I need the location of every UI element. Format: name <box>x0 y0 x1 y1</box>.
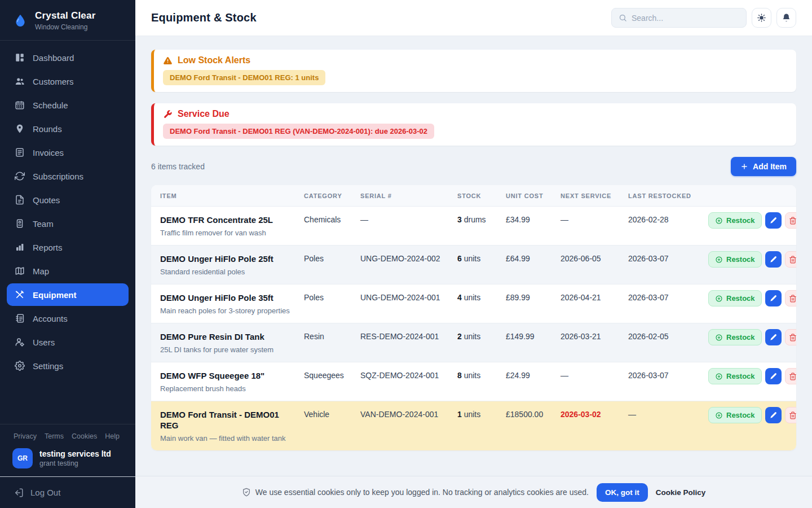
service-due-pills: DEMO Ford Transit - DEMO01 REG (VAN-DEMO… <box>163 124 787 139</box>
sidebar-item-label: Quotes <box>33 195 60 205</box>
sidebar-item-label: Team <box>33 219 54 229</box>
theme-toggle-button[interactable] <box>752 8 771 28</box>
cell-stock: 8 units <box>457 362 506 388</box>
pencil-icon <box>770 256 777 263</box>
cell-serial: RES-DEMO-2024-001 <box>360 323 457 349</box>
list-toolbar: 6 items tracked Add Item <box>151 157 796 176</box>
settings-icon <box>15 361 25 371</box>
item-description: 25L DI tanks for pure water system <box>160 344 299 355</box>
table-row: DEMO WFP Squeegee 18"Replacement brush h… <box>151 362 796 401</box>
cookie-ok-button[interactable]: OK, got it <box>597 483 648 502</box>
shield-icon <box>242 488 251 497</box>
sidebar-item-label: Schedule <box>33 100 68 110</box>
table-body: DEMO TFR Concentrate 25LTraffic film rem… <box>151 207 796 450</box>
low-stock-alert-card: Low Stock Alerts DEMO Ford Transit - DEM… <box>151 50 796 92</box>
sidebar-item-label: Rounds <box>33 124 62 134</box>
col-next-service: Next Service <box>561 185 628 206</box>
cell-next-service: — <box>561 362 628 388</box>
sidebar-item-dashboard[interactable]: Dashboard <box>7 46 129 69</box>
sidebar-item-customers[interactable]: Customers <box>7 70 129 93</box>
sidebar-item-team[interactable]: Team <box>7 212 129 235</box>
sidebar-item-subscriptions[interactable]: Subscriptions <box>7 165 129 187</box>
edit-button[interactable] <box>765 368 782 384</box>
notifications-button[interactable] <box>776 8 796 28</box>
delete-button[interactable] <box>785 290 796 306</box>
cookie-policy-link[interactable]: Cookie Policy <box>656 488 706 497</box>
cell-category: Chemicals <box>304 207 360 232</box>
sidebar-item-reports[interactable]: Reports <box>7 236 129 259</box>
delete-button[interactable] <box>785 329 796 345</box>
sidebar-item-label: Equipment <box>33 290 77 300</box>
service-due-alert-title: Service Due <box>163 109 787 119</box>
cell-item: DEMO Unger HiFlo Pole 35ftMain reach pol… <box>160 284 304 323</box>
pencil-icon <box>770 334 777 341</box>
content: Low Stock Alerts DEMO Ford Transit - DEM… <box>135 36 812 476</box>
footer-link-cookies[interactable]: Cookies <box>72 432 97 440</box>
trash-icon <box>789 411 796 419</box>
add-item-button[interactable]: Add Item <box>731 157 796 176</box>
app-window: Crystal Clear Window Cleaning DashboardC… <box>0 0 812 508</box>
search-icon <box>619 14 627 22</box>
restock-button[interactable]: Restock <box>708 290 762 306</box>
sidebar-item-schedule[interactable]: Schedule <box>7 94 129 116</box>
cell-category: Squeegees <box>304 362 360 388</box>
sidebar-item-equipment[interactable]: Equipment <box>7 283 129 306</box>
plus-circle-icon <box>715 411 723 419</box>
logout-button[interactable]: Log Out <box>0 476 135 508</box>
sidebar-item-settings[interactable]: Settings <box>7 354 129 377</box>
map-icon <box>15 266 25 276</box>
col-serial: Serial # <box>360 185 457 206</box>
low-stock-alert-title: Low Stock Alerts <box>163 55 787 65</box>
sidebar-item-label: Invoices <box>33 148 64 157</box>
main-area: Equipment & Stock <box>135 0 812 508</box>
cell-actions: Restock <box>708 362 796 384</box>
edit-button[interactable] <box>765 251 782 268</box>
brand-name: Crystal Clear <box>35 10 96 21</box>
edit-button[interactable] <box>765 407 782 423</box>
cell-actions: Restock <box>708 207 796 229</box>
service-due-alert-card: Service Due DEMO Ford Transit - DEMO01 R… <box>151 103 796 146</box>
trash-icon <box>789 295 796 303</box>
edit-button[interactable] <box>765 212 782 229</box>
restock-button[interactable]: Restock <box>708 329 762 345</box>
footer-link-privacy[interactable]: Privacy <box>14 432 37 440</box>
restock-button[interactable]: Restock <box>708 407 762 423</box>
cell-serial: VAN-DEMO-2024-001 <box>360 401 457 427</box>
sidebar-footer-links: PrivacyTermsCookiesHelp <box>0 426 135 444</box>
customers-icon <box>15 76 25 86</box>
user-card[interactable]: GR testing services ltd grant testing <box>0 444 135 476</box>
sidebar-item-map[interactable]: Map <box>7 260 129 282</box>
plus-circle-icon <box>715 295 723 303</box>
edit-button[interactable] <box>765 290 782 306</box>
cell-actions: Restock <box>708 323 796 345</box>
delete-button[interactable] <box>785 368 796 384</box>
restock-button[interactable]: Restock <box>708 368 762 384</box>
footer-link-help[interactable]: Help <box>105 432 120 440</box>
pencil-icon <box>770 373 777 380</box>
delete-button[interactable] <box>785 212 796 229</box>
delete-button[interactable] <box>785 251 796 268</box>
service-due-pill: DEMO Ford Transit - DEMO01 REG (VAN-DEMO… <box>163 124 434 139</box>
sidebar-divider-bottom <box>0 424 135 424</box>
delete-button[interactable] <box>785 407 796 423</box>
footer-link-terms[interactable]: Terms <box>45 432 64 440</box>
sidebar-item-invoices[interactable]: Invoices <box>7 141 129 164</box>
edit-button[interactable] <box>765 329 782 345</box>
item-description: Main work van — fitted with water tank <box>160 433 299 444</box>
cell-serial: UNG-DEMO-2024-001 <box>360 284 457 310</box>
cell-category: Poles <box>304 284 360 310</box>
sidebar-item-accounts[interactable]: Accounts <box>7 307 129 330</box>
cell-last-restocked: 2026-03-07 <box>628 362 708 388</box>
sidebar-item-rounds[interactable]: Rounds <box>7 117 129 140</box>
logout-label: Log Out <box>30 488 60 497</box>
wrench-icon <box>163 110 173 119</box>
restock-button[interactable]: Restock <box>708 251 762 268</box>
search-input[interactable] <box>632 14 739 23</box>
bell-icon <box>782 13 791 23</box>
trash-icon <box>789 217 796 225</box>
restock-button[interactable]: Restock <box>708 212 762 229</box>
item-name: DEMO TFR Concentrate 25L <box>160 214 299 225</box>
sidebar-item-users[interactable]: Users <box>7 331 129 353</box>
sidebar-item-quotes[interactable]: Quotes <box>7 189 129 211</box>
sidebar-item-label: Users <box>33 338 55 347</box>
